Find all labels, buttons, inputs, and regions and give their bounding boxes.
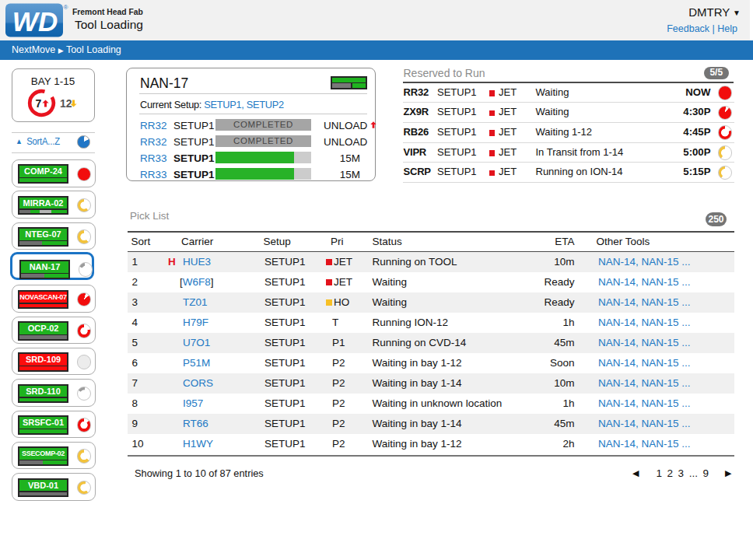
svg-text:®: ® — [64, 4, 68, 11]
svg-text:WD: WD — [12, 6, 58, 37]
